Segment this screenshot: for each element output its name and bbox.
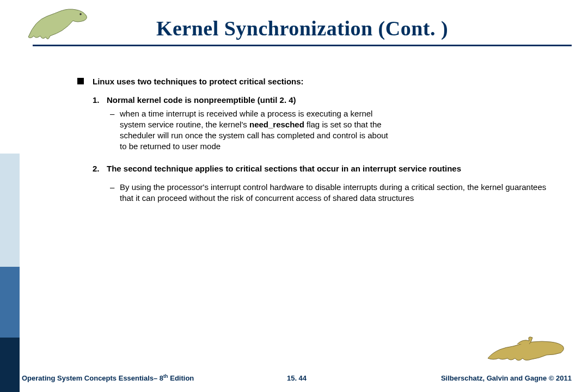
list-item: 2. The second technique applies to criti… bbox=[107, 163, 550, 204]
footer: Operating System Concepts Essentials– 8t… bbox=[22, 360, 572, 382]
footer-right: Silberschatz, Galvin and Gagne © 2011 bbox=[441, 374, 572, 382]
item-text: Normal kernel code is nonpreemptible (un… bbox=[107, 95, 379, 106]
content-area: Linux uses two techniques to protect cri… bbox=[93, 76, 550, 204]
band-dark bbox=[0, 338, 20, 392]
footer-center: 15. 44 bbox=[287, 374, 307, 382]
band-light bbox=[0, 154, 20, 267]
item-text: The second technique applies to critical… bbox=[107, 163, 550, 174]
sub-point: when a time interrupt is received while … bbox=[120, 108, 392, 152]
numbered-list: 1. Normal kernel code is nonpreemptible … bbox=[107, 95, 550, 204]
item-number: 1. bbox=[93, 95, 106, 106]
footer-left: Operating System Concepts Essentials– 8t… bbox=[22, 373, 194, 382]
footer-left-a: Operating System Concepts Essentials– 8 bbox=[22, 374, 163, 382]
list-item: 1. Normal kernel code is nonpreemptible … bbox=[107, 95, 550, 152]
slide: Kernel Synchronization (Cont. ) Linux us… bbox=[0, 0, 588, 392]
title-rule bbox=[33, 45, 572, 46]
lead-bullet: Linux uses two techniques to protect cri… bbox=[93, 76, 550, 87]
slide-title: Kernel Synchronization (Cont. ) bbox=[33, 16, 572, 40]
item-number: 2. bbox=[93, 163, 106, 174]
band-mid bbox=[0, 267, 20, 338]
footer-left-sup: th bbox=[163, 373, 168, 379]
svg-point-0 bbox=[79, 13, 82, 15]
keyword-need-resched: need_resched bbox=[249, 120, 304, 129]
sub-point: By using the processor's interrupt contr… bbox=[120, 182, 550, 204]
lead-text: Linux uses two techniques to protect cri… bbox=[93, 76, 550, 87]
bullet-square-icon bbox=[77, 78, 84, 84]
footer-left-b: Edition bbox=[168, 374, 194, 382]
sidebar-bands bbox=[0, 0, 20, 392]
band-white bbox=[0, 45, 20, 154]
